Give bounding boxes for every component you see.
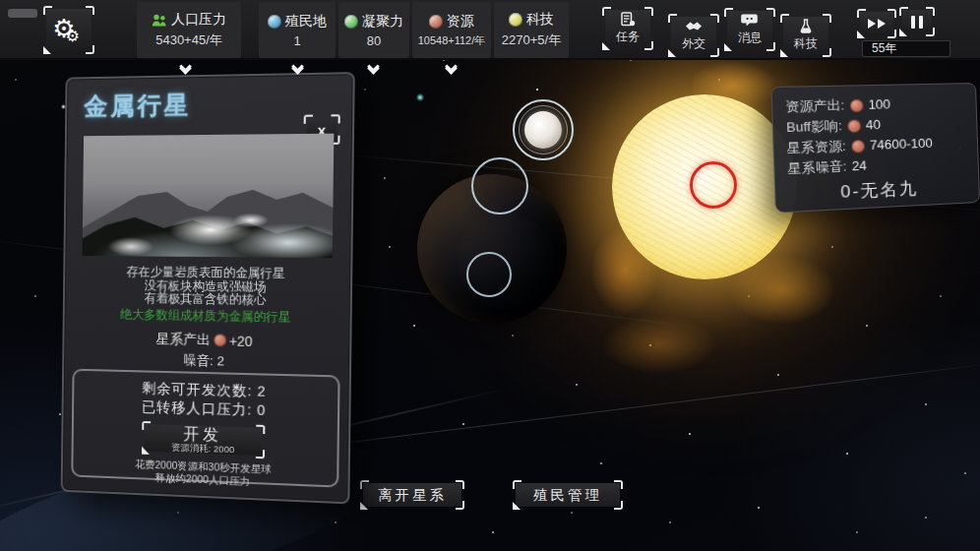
tasks-icon (619, 12, 637, 27)
output-label: 星系产出 (156, 331, 211, 349)
planet-description-highlight: 绝大多数组成材质为金属的行星 (82, 306, 332, 327)
cohesion-expand-chevron[interactable] (364, 62, 382, 78)
resource-science[interactable]: 科技 2270+5/年 (494, 2, 569, 58)
planet-select-ring[interactable] (471, 157, 528, 214)
output-value: +20 (229, 333, 253, 349)
selection-ring-red (690, 161, 737, 209)
metal-planet-marker[interactable] (513, 99, 574, 160)
tech-button[interactable]: 科技 (780, 14, 831, 57)
science-icon (509, 13, 522, 27)
fast-forward-button[interactable] (857, 9, 896, 38)
flask-icon (797, 19, 815, 33)
system-name: 0-无名九 (788, 175, 967, 207)
window-tab (8, 9, 37, 18)
resource-value: 10548+112/年 (418, 33, 486, 48)
diplomacy-button[interactable]: 外交 (668, 14, 719, 57)
planet-surface-image (83, 134, 335, 258)
resource-icon (214, 334, 226, 346)
resource-label: 科技 (526, 11, 554, 29)
messages-button[interactable]: 消息 (724, 8, 775, 51)
resource-icon (429, 15, 443, 29)
resource-icon (851, 139, 865, 153)
develop-button-cost: 资源消耗: 2000 (171, 441, 234, 454)
resource-resources[interactable]: 资源 10548+112/年 (412, 2, 491, 58)
population-expand-chevron[interactable] (176, 62, 194, 78)
resource-value: 80 (367, 33, 381, 48)
tasks-label: 任务 (616, 29, 640, 45)
resource-value: 1 (293, 33, 300, 48)
teal-star (416, 93, 424, 101)
resource-population[interactable]: 人口压力 5430+45/年 (137, 2, 241, 58)
year-display: 55年 (862, 40, 950, 57)
develop-button[interactable]: 开发 资源消耗: 2000 (142, 421, 265, 459)
diplomacy-label: 外交 (682, 35, 705, 52)
leave-system-button[interactable]: 离开星系 (360, 480, 464, 510)
colony-icon (268, 15, 281, 29)
resource-colony[interactable]: 殖民地 1 (259, 2, 336, 58)
planet-select-ring[interactable] (466, 252, 512, 297)
resource-label: 资源 (447, 13, 474, 31)
resource-value: 5430+45/年 (155, 31, 222, 49)
orbit-line (246, 361, 980, 456)
resource-expand-chevron[interactable] (442, 62, 459, 78)
gear-icon-small: ⚙ (65, 29, 79, 44)
pause-icon (919, 16, 923, 29)
messages-label: 消息 (738, 30, 762, 46)
pause-icon (911, 16, 915, 29)
develop-hint: 花费2000资源和30秒开发星球 释放约2000人口压力 (73, 456, 337, 492)
handshake-icon (685, 19, 703, 33)
resource-icon (847, 119, 861, 133)
resource-cohesion[interactable]: 凝聚力 80 (338, 2, 409, 58)
system-output-line: 星系产出 +20 (82, 329, 332, 351)
tasks-button[interactable]: 任务 (602, 7, 653, 50)
colony-expand-chevron[interactable] (288, 62, 306, 78)
resource-label: 殖民地 (285, 13, 327, 31)
fast-forward-icon (868, 19, 876, 29)
metal-glints (83, 134, 335, 258)
panel-title: 金属行星 (84, 87, 335, 123)
resource-value: 2270+5/年 (502, 31, 561, 49)
cohesion-icon (344, 15, 358, 29)
chat-bubble-icon (741, 13, 759, 28)
develop-sub-panel: 剩余可开发次数: 2 已转移人口压力: 0 开发 资源消耗: 2000 花费20… (71, 369, 339, 488)
colony-manage-button[interactable]: 殖民管理 (513, 480, 623, 510)
develop-button-label: 开发 (183, 426, 222, 443)
pause-button[interactable] (899, 7, 935, 36)
sun-flare (600, 315, 718, 374)
fast-forward-icon (878, 19, 886, 29)
top-bar: ⚙ ⚙ 人口压力 5430+45/年 殖民地 (0, 0, 980, 60)
planet-detail-panel: 金属行星 x 存在少量岩质表面的金属行星 没有板块构造或强磁场 有着极其富含铁的… (61, 72, 355, 504)
tech-label: 科技 (794, 35, 818, 52)
metal-planet-body (524, 111, 562, 149)
system-info-tooltip: 资源产出: 100 Buff影响: 40 星系资源: 74600-100 星系噪… (770, 83, 980, 214)
settings-button[interactable]: ⚙ ⚙ (43, 6, 94, 54)
resource-label: 人口压力 (171, 11, 226, 29)
population-icon (152, 14, 167, 27)
resource-icon (849, 98, 863, 112)
planet-description: 存在少量岩质表面的金属行星 没有板块构造或强磁场 有着极其富含铁的核心 (82, 266, 333, 309)
resource-label: 凝聚力 (362, 13, 403, 31)
